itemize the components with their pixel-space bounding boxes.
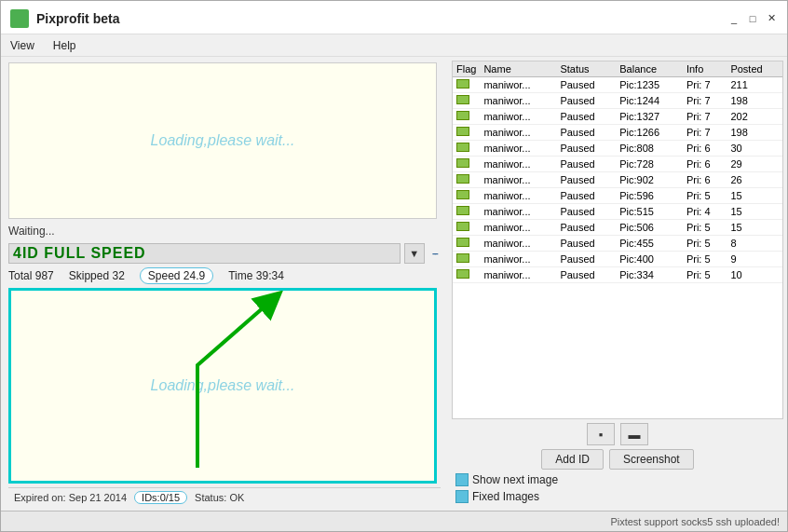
info-cell: Pri: 7 [683,93,727,109]
flag-icon [456,206,469,215]
right-panel: Flag Name Status Balance Info Posted man… [448,57,787,511]
close-button[interactable]: ✕ [765,12,778,25]
add-id-button[interactable]: Add ID [541,449,604,470]
menu-bar: View Help [1,34,787,57]
maximize-button[interactable]: □ [746,12,759,25]
show-next-image-text: Show next image [472,473,558,486]
flag-cell [453,220,480,236]
show-next-image-checkbox[interactable] [455,473,469,486]
posted-cell: 10 [727,267,782,283]
flag-cell [453,172,480,188]
posted-cell: 198 [727,93,782,109]
bottom-image-box: Loading,please wait... [8,288,437,484]
name-cell: maniwor... [480,93,556,109]
table-row[interactable]: maniwor... Paused Pic:1244 Pri: 7 198 [453,93,782,109]
posted-cell: 29 [727,157,782,172]
flag-icon [456,222,469,231]
skipped-stat: Skipped 32 [69,269,125,282]
flag-icon [456,95,469,104]
col-name: Name [480,61,556,77]
flag-icon [456,127,469,136]
table-row[interactable]: maniwor... Paused Pic:400 Pri: 5 9 [453,252,782,267]
balance-cell: Pic:1244 [616,93,683,109]
table-row[interactable]: maniwor... Paused Pic:1235 Pri: 7 211 [453,77,782,93]
bottom-status-bar: Pixtest support socks5 ssh uploaded! [1,511,787,531]
status-ok-text: Status: OK [195,492,244,503]
info-cell: Pri: 7 [683,77,727,93]
fixed-images-label[interactable]: Fixed Images [455,490,539,503]
menu-help[interactable]: Help [49,38,80,53]
table-row[interactable]: maniwor... Paused Pic:455 Pri: 5 8 [453,236,782,252]
flag-cell [453,267,480,283]
flag-icon [456,143,469,152]
ids-badge: IDs:0/15 [134,491,187,504]
info-cell: Pri: 4 [683,204,727,220]
table-row[interactable]: maniwor... Paused Pic:902 Pri: 6 26 [453,172,782,188]
posted-cell: 15 [727,204,782,220]
flag-cell [453,141,480,157]
table-row[interactable]: maniwor... Paused Pic:728 Pri: 6 29 [453,157,782,172]
balance-cell: Pic:1235 [616,77,683,93]
action-row: Add ID Screenshot [452,449,783,470]
balance-cell: Pic:902 [616,172,683,188]
flag-icon [456,269,469,279]
icon-row: ▪ ▬ [452,423,783,445]
col-flag: Flag [453,61,480,77]
flag-cell [453,252,480,267]
table-row[interactable]: maniwor... Paused Pic:506 Pri: 5 15 [453,220,782,236]
table-row[interactable]: maniwor... Paused Pic:1327 Pri: 7 202 [453,109,782,125]
posted-cell: 202 [727,109,782,125]
fixed-images-checkbox[interactable] [455,490,469,503]
table-row[interactable]: maniwor... Paused Pic:808 Pri: 6 30 [453,141,782,157]
dash-button[interactable]: -- [428,246,441,261]
flag-cell [453,204,480,220]
window-title: Pixprofit beta [36,11,119,26]
flag-cell [453,109,480,125]
table-row[interactable]: maniwor... Paused Pic:596 Pri: 5 15 [453,188,782,204]
flag-cell [453,157,480,172]
balance-cell: Pic:400 [616,252,683,267]
info-cell: Pri: 6 [683,157,727,172]
stats-row: Total 987 Skipped 32 Speed 24.9 Time 39:… [8,267,441,284]
progress-row: 4ID FULL SPEED ▼ -- [8,243,441,264]
app-icon [10,9,29,28]
speed-badge: Speed 24.9 [140,267,213,284]
status-cell: Paused [556,236,616,252]
show-next-image-label[interactable]: Show next image [455,473,558,486]
col-status: Status [556,61,616,77]
name-cell: maniwor... [480,109,556,125]
main-window: Pixprofit beta _ □ ✕ View Help Loading,p… [0,0,788,532]
table-row[interactable]: maniwor... Paused Pic:515 Pri: 4 15 [453,204,782,220]
posted-cell: 198 [727,125,782,141]
left-panel: Loading,please wait... Waiting... 4ID FU… [1,57,448,511]
balance-cell: Pic:515 [616,204,683,220]
table-row[interactable]: maniwor... Paused Pic:1266 Pri: 7 198 [453,125,782,141]
bottom-loading-text: Loading,please wait... [151,377,295,394]
title-bar-left: Pixprofit beta [10,9,119,28]
icon-btn-2[interactable]: ▬ [620,423,648,445]
info-cell: Pri: 7 [683,109,727,125]
icon-btn-1[interactable]: ▪ [587,423,615,445]
col-balance: Balance [616,61,683,77]
checkbox-row-2: Fixed Images [452,490,783,503]
screenshot-button[interactable]: Screenshot [609,449,694,470]
table-row[interactable]: maniwor... Paused Pic:334 Pri: 5 10 [453,267,782,283]
info-cell: Pri: 5 [683,236,727,252]
accounts-table: Flag Name Status Balance Info Posted man… [453,61,782,283]
flag-cell [453,125,480,141]
minimize-button[interactable]: _ [727,12,740,25]
info-cell: Pri: 5 [683,267,727,283]
title-bar: Pixprofit beta _ □ ✕ [1,1,787,34]
status-cell: Paused [556,267,616,283]
status-cell: Paused [556,93,616,109]
balance-cell: Pic:596 [616,188,683,204]
dropdown-arrow-btn[interactable]: ▼ [404,243,425,264]
flag-cell [453,77,480,93]
accounts-table-container[interactable]: Flag Name Status Balance Info Posted man… [452,61,783,419]
menu-view[interactable]: View [7,38,38,53]
info-cell: Pri: 5 [683,188,727,204]
checkbox-row-1: Show next image [452,473,783,486]
support-text: Pixtest support socks5 ssh uploaded! [610,516,780,527]
flag-icon [456,238,469,247]
status-cell: Paused [556,220,616,236]
